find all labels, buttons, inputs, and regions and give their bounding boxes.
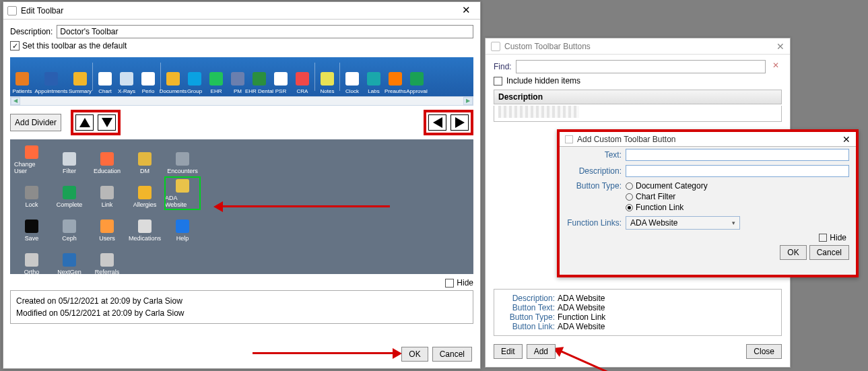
add-button[interactable]: Add — [527, 344, 556, 359]
toolbar-icon — [296, 72, 309, 86]
window-title: Edit Toolbar — [21, 6, 456, 15]
btype-func-radio[interactable]: Function Link — [626, 203, 708, 212]
toolbar-button[interactable]: EHR Dental — [248, 57, 270, 96]
find-input[interactable] — [516, 60, 766, 73]
toolbar-button-label: Appointments — [35, 88, 68, 94]
toolbar-button[interactable]: Summary — [69, 57, 91, 96]
cancel-button[interactable]: Cancel — [432, 347, 472, 362]
available-button-label: Users — [99, 235, 115, 242]
available-button[interactable]: Lock — [14, 177, 49, 209]
available-button[interactable]: ADA Website — [165, 177, 200, 209]
available-button[interactable]: Change User — [14, 143, 49, 176]
available-button[interactable]: Ceph — [52, 211, 87, 243]
scroll-right-icon[interactable]: ▶ — [463, 97, 473, 105]
list-item[interactable] — [498, 106, 579, 118]
chevron-down-icon: ▾ — [732, 220, 735, 226]
available-button[interactable]: Link — [90, 177, 125, 209]
toolbar-button[interactable]: Approval — [406, 57, 428, 96]
close-button[interactable]: Close — [746, 344, 782, 359]
available-button-icon — [100, 253, 114, 267]
toolbar-icon — [231, 72, 244, 86]
move-down-button[interactable] — [98, 114, 116, 131]
toolbar-button-label: PSR — [275, 88, 286, 94]
hide-checkbox[interactable] — [819, 234, 827, 242]
toolbar-icon — [166, 72, 180, 86]
toolbar-button[interactable]: CRA — [292, 57, 313, 96]
available-button[interactable]: Allergies — [127, 177, 162, 209]
toolbar-button[interactable]: Patients — [11, 57, 33, 96]
include-hidden-checkbox[interactable] — [494, 77, 502, 86]
toolbar-button-label: EHR Dental — [245, 88, 273, 94]
available-button-icon — [176, 179, 189, 193]
edit-toolbar-dialog: Edit Toolbar ✕ Description: ✓ Set this t… — [3, 1, 481, 369]
available-button-label: Encounters — [167, 168, 198, 174]
toolbar-button[interactable]: Clock — [341, 57, 363, 96]
text-input[interactable] — [626, 149, 849, 161]
move-up-button[interactable] — [75, 114, 94, 131]
available-button[interactable]: Filter — [52, 143, 87, 176]
toolbar-divider — [92, 63, 93, 91]
toolbar-icon — [274, 72, 288, 86]
available-button[interactable]: Complete — [52, 177, 87, 209]
ok-button[interactable]: OK — [401, 347, 428, 362]
move-right-button[interactable] — [450, 114, 469, 131]
radio-label: Chart Filter — [636, 192, 675, 201]
toolbar-button-label: PM — [234, 88, 242, 94]
hide-checkbox[interactable] — [445, 279, 454, 288]
toolbar-button[interactable]: PSR — [270, 57, 292, 96]
toolbar-button[interactable]: Preauths — [385, 57, 406, 96]
title-bar: Edit Toolbar ✕ — [3, 2, 480, 20]
detail-key: Button Link: — [501, 322, 555, 331]
app-icon — [491, 42, 500, 51]
toolbar-button[interactable]: Labs — [363, 57, 385, 96]
toolbar-scrollbar[interactable]: ◀ ▶ — [10, 96, 473, 106]
toolbar-icon — [253, 72, 266, 86]
add-divider-button[interactable]: Add Divider — [10, 114, 61, 131]
default-checkbox[interactable]: ✓ — [10, 41, 20, 50]
available-button[interactable]: Ortho — [14, 244, 49, 277]
available-button[interactable]: DM — [127, 143, 162, 176]
available-button-label: Link — [102, 201, 113, 208]
toolbar-button[interactable]: Documents — [162, 57, 184, 96]
list-body[interactable] — [494, 106, 782, 122]
close-icon[interactable]: ✕ — [842, 134, 850, 145]
toolbar-divider — [314, 63, 315, 91]
move-left-button[interactable] — [428, 114, 446, 131]
available-button[interactable]: NextGen — [52, 244, 87, 277]
toolbar-button[interactable]: Notes — [316, 57, 338, 96]
available-button-icon — [138, 186, 152, 199]
toolbar-button[interactable]: Group — [184, 57, 205, 96]
available-button-icon — [25, 253, 38, 267]
description-input[interactable] — [626, 165, 849, 177]
toolbar-button[interactable]: Chart — [94, 57, 116, 96]
btype-doc-radio[interactable]: Document Category — [626, 181, 708, 191]
toolbar-button[interactable]: Appointments — [33, 57, 69, 96]
ok-button[interactable]: OK — [780, 245, 806, 260]
close-icon[interactable]: ✕ — [776, 41, 784, 52]
available-button[interactable]: Education — [90, 143, 125, 176]
available-button-label: Allergies — [133, 201, 157, 208]
description-label: Description: — [10, 27, 53, 36]
available-button[interactable]: Medications — [127, 211, 162, 243]
available-button[interactable]: Referrals — [90, 244, 125, 277]
toolbar-button-label: CRA — [297, 88, 308, 94]
available-button[interactable]: Help — [165, 211, 200, 243]
scroll-left-icon[interactable]: ◀ — [11, 97, 20, 105]
detail-key: Button Type: — [501, 312, 555, 322]
functionlinks-dropdown[interactable]: ADA Website ▾ — [626, 216, 740, 230]
available-button-icon — [138, 220, 152, 233]
clear-find-icon[interactable]: ✕ — [770, 61, 782, 73]
modified-line: Modified on 05/12/2021 at 20:09 by Carla… — [16, 307, 467, 319]
toolbar-button[interactable]: Perio — [137, 57, 159, 96]
toolbar-button[interactable]: EHR — [205, 57, 227, 96]
cancel-button[interactable]: Cancel — [809, 245, 849, 260]
available-button[interactable]: Users — [90, 211, 125, 243]
description-input[interactable] — [57, 25, 473, 38]
available-button[interactable]: Save — [14, 211, 49, 243]
toolbar-button[interactable]: X-Rays — [116, 57, 137, 96]
toolbar-button-label: Perio — [142, 88, 155, 94]
btype-filter-radio[interactable]: Chart Filter — [626, 192, 708, 201]
available-button[interactable]: Encounters — [165, 143, 200, 176]
edit-button[interactable]: Edit — [494, 344, 523, 359]
close-icon[interactable]: ✕ — [456, 4, 476, 18]
